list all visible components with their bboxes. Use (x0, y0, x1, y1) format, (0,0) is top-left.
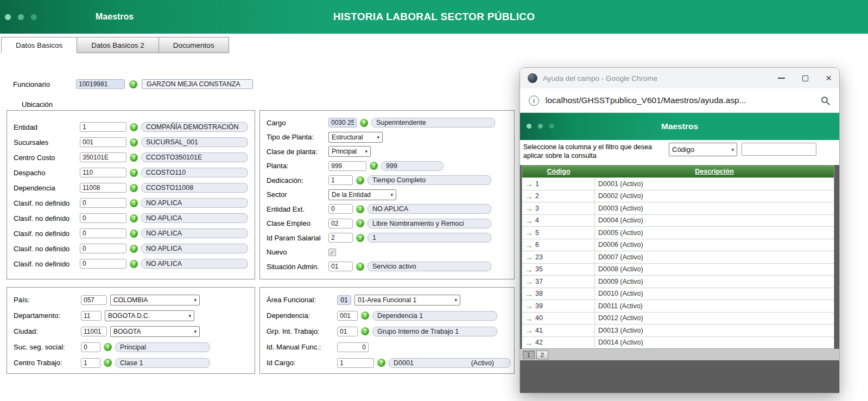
clase-empleo-help-icon[interactable]: ? (356, 219, 364, 227)
planta-code-input[interactable] (328, 161, 366, 171)
popup-address-bar[interactable]: i localhost/GHSSTpublico_V601/Maestros/a… (520, 88, 839, 113)
select-row-arrow-icon[interactable]: → (522, 276, 535, 288)
table-row[interactable]: → 39 D0011 (Activo) (522, 300, 834, 312)
centro-trabajo-help-icon[interactable]: ? (104, 359, 112, 367)
table-row[interactable]: → 2 D0002 (Activo) (522, 190, 834, 202)
filter-value-input[interactable] (742, 143, 816, 156)
field-code-input[interactable] (80, 122, 126, 132)
field-code-input[interactable] (80, 228, 126, 238)
funcionario-code-input[interactable] (76, 79, 125, 89)
table-row[interactable]: → 3 D0003 (Activo) (522, 202, 834, 214)
grp-int-trabajo-code-input[interactable] (337, 327, 358, 336)
help-icon[interactable]: ? (130, 230, 138, 238)
table-row[interactable]: → 40 D0012 (Activo) (522, 312, 834, 324)
popup-url[interactable]: localhost/GHSSTpublico_V601/Maestros/ayu… (546, 96, 814, 105)
table-row[interactable]: → 23 D0007 (Activo) (522, 251, 834, 263)
descripcion-column-header[interactable]: Descripción (595, 168, 834, 175)
maximize-button[interactable] (802, 75, 808, 81)
id-param-salarial-help-icon[interactable]: ? (356, 234, 364, 242)
tab-datos-basicos[interactable]: Datos Basicos (1, 37, 77, 53)
grp-int-trabajo-help-icon[interactable]: ? (361, 327, 369, 335)
filter-column-select[interactable]: Código ▾ (669, 143, 737, 156)
table-row[interactable]: → 41 D0013 (Activo) (522, 324, 834, 336)
suc-seg-social-code-input[interactable] (81, 342, 100, 352)
help-icon[interactable]: ? (130, 184, 138, 192)
cargo-help-icon[interactable]: ? (360, 119, 368, 127)
suc-seg-social-help-icon[interactable]: ? (104, 343, 112, 351)
field-code-input[interactable] (80, 198, 126, 208)
field-code-input[interactable] (80, 152, 126, 162)
planta-help-icon[interactable]: ? (370, 162, 378, 170)
id-cargo-help-icon[interactable]: ? (377, 359, 385, 367)
select-row-arrow-icon[interactable]: → (522, 178, 535, 190)
field-code-input[interactable] (80, 213, 126, 223)
situacion-admin-code-input[interactable] (328, 262, 353, 271)
select-row-arrow-icon[interactable]: → (522, 190, 535, 202)
tipo-planta-select[interactable]: Estructural ▾ (328, 132, 383, 143)
id-cargo-code-input[interactable] (337, 358, 374, 368)
select-row-arrow-icon[interactable]: → (522, 324, 535, 336)
select-row-arrow-icon[interactable]: → (522, 337, 535, 349)
centro-trabajo-code-input[interactable] (81, 358, 100, 368)
help-icon[interactable]: ? (130, 260, 138, 268)
ciudad-select[interactable]: BOGOTA ▾ (110, 326, 200, 337)
popup-titlebar[interactable]: Ayuda del campo - Google Chrome × (520, 68, 839, 88)
codigo-column-header[interactable]: Código (522, 168, 595, 175)
funcionario-help-icon[interactable]: ? (129, 80, 137, 88)
zoom-icon[interactable] (820, 96, 831, 106)
minimize-button[interactable] (778, 78, 785, 79)
id-param-salarial-code-input[interactable] (328, 233, 353, 243)
departamento-select[interactable]: BOGOTA D.C. ▾ (105, 310, 194, 321)
select-row-arrow-icon[interactable]: → (522, 215, 535, 227)
field-code-input[interactable] (80, 168, 126, 177)
help-icon[interactable]: ? (130, 214, 138, 222)
field-code-input[interactable] (80, 183, 126, 193)
select-row-arrow-icon[interactable]: → (522, 227, 535, 239)
table-row[interactable]: → 37 D0009 (Activo) (522, 275, 834, 288)
departamento-code-input[interactable] (81, 311, 102, 321)
help-icon[interactable]: ? (130, 123, 138, 131)
select-row-arrow-icon[interactable]: → (522, 264, 535, 276)
table-row[interactable]: → 5 D0005 (Activo) (522, 226, 834, 239)
page-1-button[interactable]: 1 (523, 351, 535, 359)
dependencia-area-code-input[interactable] (337, 311, 358, 321)
select-row-arrow-icon[interactable]: → (522, 239, 535, 251)
select-row-arrow-icon[interactable]: → (522, 313, 535, 324)
info-icon[interactable]: i (529, 96, 539, 106)
page-2-button[interactable]: 2 (536, 351, 548, 359)
cargo-code-input[interactable] (328, 118, 357, 128)
id-manual-func-input[interactable] (337, 342, 369, 352)
clase-empleo-code-input[interactable] (328, 219, 353, 228)
help-icon[interactable]: ? (130, 169, 138, 177)
pais-code-input[interactable] (81, 295, 107, 305)
tab-datos-basicos-2[interactable]: Datos Basicos 2 (77, 37, 159, 53)
help-icon[interactable]: ? (130, 199, 138, 207)
area-funcional-select[interactable]: 01-Area Funcional 1 ▾ (354, 295, 460, 305)
help-icon[interactable]: ? (130, 245, 138, 253)
field-code-input[interactable] (80, 244, 126, 253)
table-row[interactable]: → 4 D0004 (Activo) (522, 214, 834, 227)
dedicacion-help-icon[interactable]: ? (356, 176, 364, 184)
clase-planta-select[interactable]: Principal ▾ (328, 146, 371, 157)
select-row-arrow-icon[interactable]: → (522, 251, 535, 263)
dependencia-area-help-icon[interactable]: ? (361, 311, 369, 320)
select-row-arrow-icon[interactable]: → (522, 202, 535, 214)
entidad-ext-help-icon[interactable]: ? (356, 205, 364, 213)
select-row-arrow-icon[interactable]: → (522, 288, 535, 300)
select-row-arrow-icon[interactable]: → (522, 300, 535, 312)
help-icon[interactable]: ? (130, 154, 138, 162)
table-row[interactable]: → 38 D0010 (Activo) (522, 288, 834, 300)
sector-select[interactable]: De la Entidad ▾ (328, 189, 396, 200)
close-button[interactable]: × (826, 74, 832, 82)
field-code-input[interactable] (80, 259, 126, 269)
nuevo-checkbox[interactable]: ✓ (328, 249, 336, 256)
situacion-admin-help-icon[interactable]: ? (356, 263, 364, 271)
dedicacion-code-input[interactable] (328, 175, 353, 185)
field-code-input[interactable] (80, 137, 126, 147)
table-row[interactable]: → 1 D0001 (Activo) (522, 177, 834, 190)
tab-documentos[interactable]: Documentos (159, 37, 229, 53)
table-row[interactable]: → 35 D0008 (Activo) (522, 263, 834, 276)
table-row[interactable]: → 6 D0006 (Activo) (522, 239, 834, 251)
ciudad-code-input[interactable] (81, 327, 107, 336)
pais-select[interactable]: COLOMBIA ▾ (110, 295, 200, 305)
